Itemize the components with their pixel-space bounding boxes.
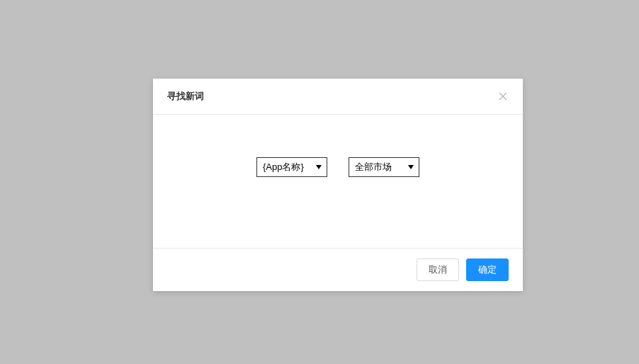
market-select[interactable]: 全部市场 [349,157,419,177]
app-name-select-value: {App名称} [263,161,304,174]
modal-body: {App名称} 全部市场 [153,115,523,248]
modal-header: 寻找新词 [153,79,523,115]
close-button[interactable] [497,91,509,102]
app-name-select[interactable]: {App名称} [256,157,327,177]
confirm-button[interactable]: 确定 [466,258,509,281]
modal-dialog: 寻找新词 {App名称} 全部市场 取消 确定 [153,79,523,291]
close-icon [499,92,507,101]
modal-footer: 取消 确定 [153,248,523,291]
market-select-value: 全部市场 [355,161,392,174]
cancel-button[interactable]: 取消 [417,258,459,281]
modal-title: 寻找新词 [167,90,204,103]
